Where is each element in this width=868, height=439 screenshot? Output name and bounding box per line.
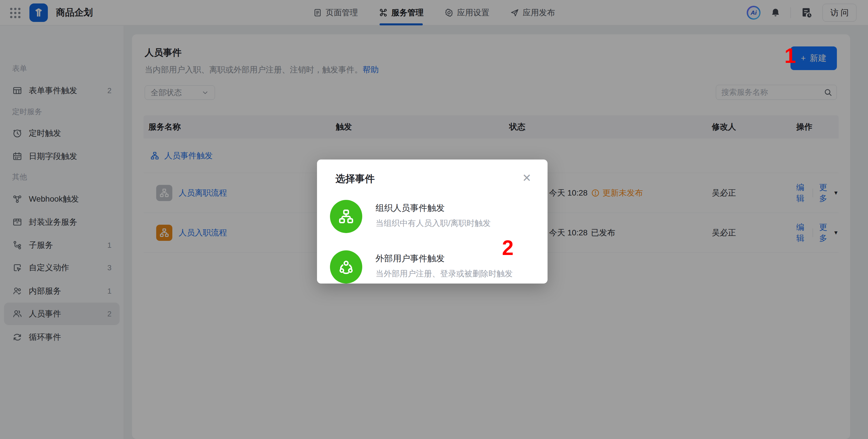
- modal-title: 选择事件: [336, 172, 375, 185]
- app-window: 商品企划 页面管理 服务管理 应用设置 应用发布 Ai: [0, 0, 868, 439]
- annotation-step-1: 1: [784, 44, 796, 67]
- option-title: 组织人员事件触发: [375, 202, 445, 214]
- option-org-personnel-event[interactable]: 组织人员事件触发 当组织中有人员入职/离职时触发: [330, 200, 534, 237]
- close-icon[interactable]: ✕: [521, 172, 532, 184]
- option-description: 当组织中有人员入职/离职时触发: [375, 218, 491, 229]
- option-title: 外部用户事件触发: [375, 253, 445, 264]
- org-chart-icon: [337, 208, 355, 226]
- option-description: 当外部用户注册、登录或被删除时触发: [375, 268, 513, 279]
- annotation-step-2: 2: [502, 236, 514, 260]
- org-event-icon: [330, 200, 362, 233]
- external-user-event-icon: [330, 251, 362, 284]
- user-group-circle-icon: [337, 258, 355, 276]
- select-event-modal: 选择事件 ✕ 组织人员事件触发 当组织中有人员入职/离职时触发 外部用户事件触发…: [317, 159, 548, 284]
